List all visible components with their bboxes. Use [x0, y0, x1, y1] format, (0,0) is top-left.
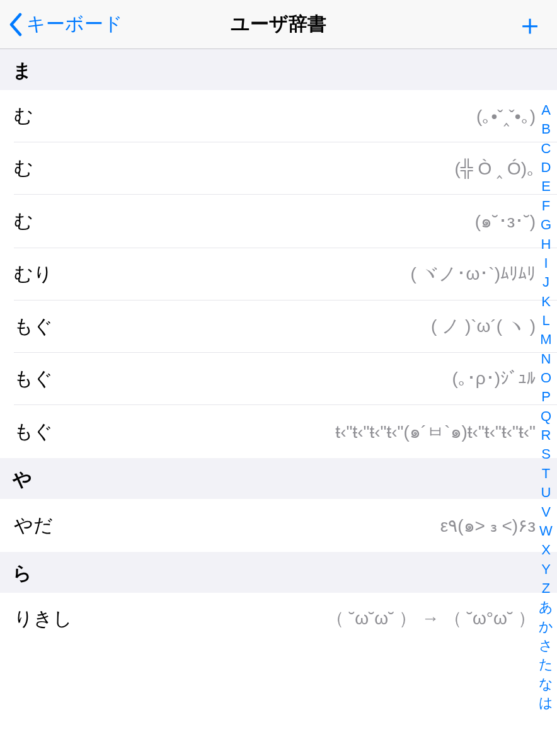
phrase-text: ( ヾノ･ω･`)ﾑﾘﾑﾘ: [410, 262, 536, 286]
phrase-text: ŧ‹"ŧ‹"ŧ‹"ŧ‹"(๑´ㅂ`๑)ŧ‹"ŧ‹"ŧ‹"ŧ‹": [335, 418, 536, 445]
phrase-text: (╬ Ò ‸ Ó)｡: [455, 158, 536, 179]
index-letter[interactable]: W: [537, 522, 555, 541]
index-letter[interactable]: さ: [536, 636, 556, 655]
back-label: キーボード: [26, 11, 123, 37]
index-letter[interactable]: Y: [539, 560, 553, 579]
shortcut-text: む: [14, 156, 33, 181]
index-letter[interactable]: A: [539, 101, 553, 120]
index-letter[interactable]: G: [538, 215, 554, 234]
index-letter[interactable]: X: [539, 541, 553, 559]
add-button[interactable]: ＋: [515, 10, 548, 39]
plus-icon: ＋: [515, 8, 544, 41]
index-letter[interactable]: P: [539, 387, 553, 406]
list-item[interactable]: やだ ε٩(๑> ₃ <)۶з: [0, 499, 557, 552]
index-letter[interactable]: S: [539, 445, 553, 464]
index-letter[interactable]: H: [539, 235, 554, 254]
index-letter[interactable]: Q: [538, 407, 554, 426]
chevron-left-icon: [9, 13, 23, 37]
index-letter[interactable]: O: [538, 369, 554, 387]
nav-bar: キーボード ユーザ辞書 ＋: [0, 0, 557, 49]
list-item[interactable]: む (๑˘･з･˘): [0, 195, 557, 248]
list-item[interactable]: もぐ (｡･ρ･)ｼﾞｭﾙ: [0, 353, 557, 404]
phrase-text: (｡•ˇ‸ˇ•｡): [476, 106, 536, 127]
list-item[interactable]: むり ( ヾノ･ω･`)ﾑﾘﾑﾘ: [0, 248, 557, 300]
dictionary-list: ま む (｡•ˇ‸ˇ•｡) む (╬ Ò ‸ Ó)｡ む (๑˘･з･˘) むり…: [0, 49, 557, 756]
shortcut-text: もぐ: [14, 366, 53, 392]
index-letter[interactable]: B: [539, 120, 553, 139]
list-item[interactable]: む (╬ Ò ‸ Ó)｡: [0, 142, 557, 194]
shortcut-text: もぐ: [14, 314, 53, 340]
list-item[interactable]: りきし （ ˘ω˘ω˘ ） → （ ˘ω°ω˘ ）: [0, 593, 557, 644]
index-letter[interactable]: L: [539, 311, 552, 330]
phrase-text: （ ˘ω˘ω˘ ） → （ ˘ω°ω˘ ）: [326, 607, 536, 631]
section-header-ra: ら: [0, 552, 557, 593]
index-letter[interactable]: た: [536, 655, 556, 674]
list-item[interactable]: もぐ ( ノ )`ω´( ヽ ): [0, 301, 557, 352]
index-letter[interactable]: T: [539, 464, 553, 483]
list-item[interactable]: もぐ ŧ‹"ŧ‹"ŧ‹"ŧ‹"(๑´ㅂ`๑)ŧ‹"ŧ‹"ŧ‹"ŧ‹": [0, 405, 557, 458]
index-letter[interactable]: V: [539, 503, 553, 522]
back-button[interactable]: キーボード: [9, 11, 123, 37]
section-index[interactable]: A B C D E F G H I J K L M N O P Q R S T …: [536, 101, 556, 713]
index-letter[interactable]: な: [536, 675, 556, 694]
index-letter[interactable]: F: [539, 197, 553, 215]
shortcut-text: む: [14, 103, 33, 129]
index-letter[interactable]: Z: [539, 579, 553, 598]
index-letter[interactable]: R: [539, 426, 554, 445]
index-letter[interactable]: I: [541, 254, 550, 273]
shortcut-text: もぐ: [14, 419, 53, 445]
list-item[interactable]: む (｡•ˇ‸ˇ•｡): [0, 90, 557, 142]
index-letter[interactable]: J: [540, 273, 552, 292]
index-letter[interactable]: K: [539, 292, 553, 311]
index-letter[interactable]: E: [539, 177, 553, 196]
page-title: ユーザ辞書: [231, 11, 326, 37]
index-letter[interactable]: あ: [536, 598, 556, 617]
phrase-text: (๑˘･з･˘): [475, 207, 536, 235]
index-letter[interactable]: N: [539, 350, 554, 369]
index-letter[interactable]: U: [539, 483, 554, 502]
shortcut-text: やだ: [14, 513, 53, 539]
phrase-text: (｡･ρ･)ｼﾞｭﾙ: [452, 369, 536, 389]
phrase-text: ε٩(๑> ₃ <)۶з: [440, 512, 536, 539]
shortcut-text: りきし: [14, 606, 72, 632]
phrase-text: ( ノ )`ω´( ヽ ): [431, 314, 536, 338]
index-letter[interactable]: C: [539, 139, 554, 158]
shortcut-text: む: [14, 209, 33, 234]
shortcut-text: むり: [14, 261, 53, 287]
section-header-ma: ま: [0, 49, 557, 90]
section-header-ya: や: [0, 458, 557, 499]
index-letter[interactable]: D: [539, 158, 554, 177]
index-letter[interactable]: は: [536, 694, 556, 713]
index-letter[interactable]: M: [537, 330, 554, 349]
index-letter[interactable]: か: [536, 617, 556, 636]
